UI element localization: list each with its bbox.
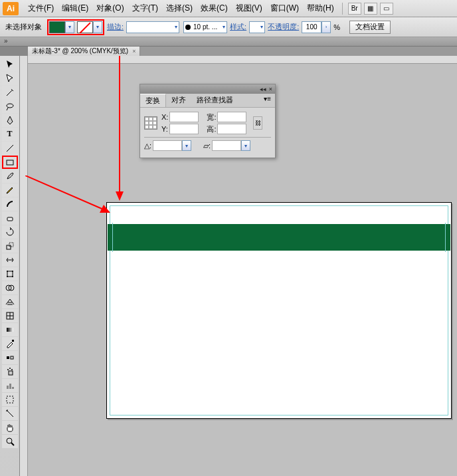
eraser-tool[interactable] (2, 211, 18, 225)
pen-tool[interactable] (2, 114, 18, 127)
artboard-tool[interactable] (2, 393, 18, 406)
control-bar: 未选择对象 ▾ ▾ 描边: ▾ 10 pt. ... ▾ 样式: ▾ 不透明度:… (0, 17, 457, 37)
svg-rect-2 (7, 160, 13, 165)
menu-file[interactable]: 文件(F) (24, 3, 58, 14)
pencil-tool[interactable] (2, 183, 18, 197)
tab-align[interactable]: 对齐 (166, 94, 191, 107)
opacity-label[interactable]: 不透明度: (268, 22, 299, 32)
svg-point-7 (7, 271, 8, 272)
line-tool[interactable] (2, 142, 18, 155)
svg-rect-16 (7, 328, 13, 332)
menu-effect[interactable]: 效果(C) (197, 3, 232, 14)
blob-brush-tool[interactable] (2, 197, 18, 211)
menu-bar: Ai 文件(F) 编辑(E) 对象(O) 文字(T) 选择(S) 效果(C) 视… (0, 0, 457, 17)
rectangle-tool[interactable] (2, 156, 18, 169)
annotation-arrow-1 (106, 56, 133, 201)
rotate-dropdown[interactable]: ▾ (182, 140, 191, 151)
stroke-color-swatch[interactable] (77, 21, 93, 33)
screen-mode-icon[interactable]: ▭ (380, 3, 393, 15)
shear-input[interactable] (212, 140, 241, 151)
panel-titlebar[interactable]: ◂◂ × (140, 84, 275, 94)
stroke-panel-link[interactable]: 描边: (107, 22, 124, 32)
symbol-sprayer-tool[interactable] (2, 365, 18, 378)
column-graph-tool[interactable] (2, 379, 18, 392)
workspace: T (0, 56, 457, 476)
eyedropper-tool[interactable] (2, 337, 18, 350)
lasso-tool[interactable] (2, 100, 18, 113)
constrain-proportions-icon[interactable]: ⛓ (253, 116, 262, 130)
brush-combo[interactable]: 10 pt. ... ▾ (183, 21, 227, 33)
svg-rect-25 (9, 384, 11, 389)
x-input[interactable] (169, 112, 199, 122)
menu-type[interactable]: 文字(T) (128, 3, 162, 14)
hand-tool[interactable] (2, 421, 18, 434)
style-label[interactable]: 样式: (230, 22, 246, 32)
document-tab[interactable]: 未标题-3* @ 200% (CMYK/预览) × (28, 47, 140, 56)
reference-point-selector[interactable] (144, 116, 157, 130)
svg-rect-3 (7, 217, 13, 221)
brush-label: 10 pt. ... (193, 23, 217, 31)
vertical-ruler (20, 56, 28, 476)
fill-dropdown[interactable]: ▾ (65, 21, 74, 33)
menu-window[interactable]: 窗口(W) (266, 3, 303, 14)
transform-panel[interactable]: ◂◂ × 变换 对齐 路径查找器 ▾≡ X: Y: (139, 84, 276, 158)
width-input[interactable] (217, 112, 246, 122)
magic-wand-tool[interactable] (2, 86, 18, 99)
height-input[interactable] (217, 124, 246, 134)
zoom-tool[interactable] (2, 435, 18, 448)
arrange-docs-icon[interactable]: ▦ (364, 3, 377, 15)
menu-select[interactable]: 选择(S) (162, 3, 197, 14)
style-dropdown[interactable]: ▾ (249, 21, 265, 33)
collapse-icon[interactable]: ◂◂ (260, 86, 266, 92)
app-logo: Ai (3, 2, 19, 15)
y-input[interactable] (169, 124, 199, 134)
free-transform-tool[interactable] (2, 267, 18, 281)
close-tab-icon[interactable]: × (132, 48, 136, 55)
panel-menu-icon[interactable]: ▾≡ (260, 94, 275, 107)
fill-stroke-highlight: ▾ ▾ (47, 19, 104, 35)
perspective-grid-tool[interactable] (2, 295, 18, 308)
svg-line-29 (11, 443, 14, 445)
menu-help[interactable]: 帮助(H) (303, 3, 338, 14)
rotate-tool[interactable] (2, 225, 18, 239)
paintbrush-tool[interactable] (2, 170, 18, 183)
gradient-tool[interactable] (2, 323, 18, 336)
menu-object[interactable]: 对象(O) (92, 3, 128, 14)
stroke-dropdown[interactable]: ▾ (93, 21, 102, 33)
canvas-area[interactable]: ◂◂ × 变换 对齐 路径查找器 ▾≡ X: Y: (20, 56, 457, 476)
expand-caret-icon[interactable]: » (4, 37, 8, 45)
menu-edit[interactable]: 编辑(E) (58, 3, 92, 14)
svg-rect-18 (7, 356, 9, 359)
svg-rect-4 (7, 245, 11, 249)
rotate-label: △: (144, 142, 151, 150)
opacity-dropdown[interactable]: › (321, 21, 331, 33)
svg-rect-6 (7, 271, 13, 277)
opacity-input[interactable] (302, 21, 321, 33)
shape-builder-tool[interactable] (2, 281, 18, 295)
close-panel-icon[interactable]: × (269, 86, 272, 92)
shear-dropdown[interactable]: ▾ (241, 140, 250, 151)
tab-pathfinder[interactable]: 路径查找器 (191, 94, 238, 107)
document-setup-button[interactable]: 文档设置 (349, 21, 391, 34)
height-label: 高: (207, 124, 216, 134)
bridge-icon[interactable]: Br (348, 3, 361, 15)
fill-color-swatch[interactable] (49, 21, 65, 33)
mesh-tool[interactable] (2, 309, 18, 322)
rotate-input[interactable] (153, 140, 182, 151)
green-rectangle-shape[interactable] (108, 224, 450, 251)
opacity-unit: % (333, 23, 340, 31)
menu-view[interactable]: 视图(V) (232, 3, 266, 14)
direct-selection-tool[interactable] (2, 72, 18, 85)
selection-tool[interactable] (2, 58, 18, 71)
svg-marker-31 (116, 191, 124, 201)
menu-separator (342, 3, 343, 15)
scale-tool[interactable] (2, 239, 18, 253)
blend-tool[interactable] (2, 351, 18, 364)
stroke-weight-dropdown[interactable]: ▾ (126, 21, 179, 33)
width-tool[interactable] (2, 253, 18, 267)
slice-tool[interactable] (2, 407, 18, 420)
tab-transform[interactable]: 变换 (140, 94, 166, 107)
type-tool[interactable]: T (2, 128, 18, 141)
svg-point-23 (11, 369, 13, 370)
svg-point-10 (12, 276, 13, 277)
